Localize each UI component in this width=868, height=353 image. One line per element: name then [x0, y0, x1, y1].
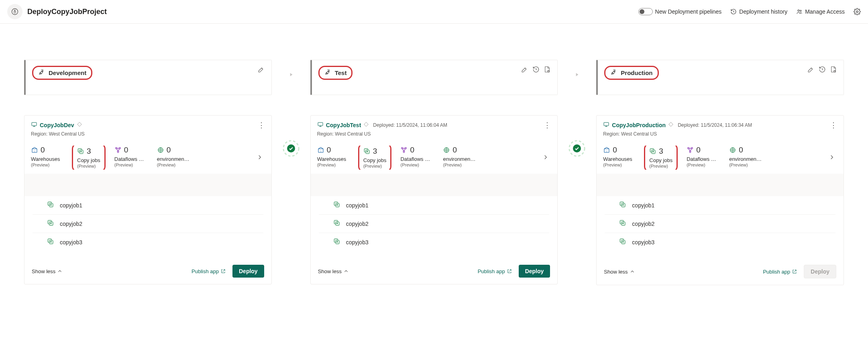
- topbar-right: New Deployment pipelines Deployment hist…: [638, 8, 861, 15]
- stat-env[interactable]: 0 environmen… (Preview): [729, 146, 762, 170]
- svg-point-1: [798, 10, 799, 11]
- list-item[interactable]: copyjob3: [605, 233, 835, 251]
- stat-value: 0: [410, 146, 414, 154]
- stat-value: 0: [739, 146, 743, 154]
- stat-preview: (Preview): [649, 164, 672, 168]
- stage-connector: [283, 60, 299, 154]
- warehouse-icon: [317, 146, 324, 154]
- card-footer: Show less Publish app Deploy: [311, 258, 558, 284]
- list-item[interactable]: copyjob1: [319, 196, 550, 215]
- more-menu-icon[interactable]: ⋮: [258, 122, 265, 129]
- topbar: DeployCopyJobProject New Deployment pipe…: [0, 0, 868, 24]
- show-less-toggle[interactable]: Show less: [32, 268, 63, 274]
- more-menu-icon[interactable]: ⋮: [544, 122, 551, 129]
- publish-app-link[interactable]: Publish app: [763, 269, 797, 275]
- deploy-button[interactable]: Deploy: [519, 265, 550, 278]
- list-item[interactable]: copyjob3: [319, 233, 550, 251]
- stat-value: 0: [327, 146, 331, 154]
- copyjob-icon: [363, 148, 371, 155]
- show-less-label: Show less: [318, 268, 342, 274]
- workspace-name[interactable]: CopyJobProduction: [612, 122, 666, 128]
- settings-button[interactable]: [854, 8, 861, 15]
- stat-copyjob[interactable]: 3 Copy jobs (Preview): [644, 146, 678, 170]
- manage-access-link[interactable]: Manage Access: [796, 8, 845, 15]
- workspace-name[interactable]: CopyJobTest: [326, 122, 361, 128]
- publish-app-link[interactable]: Publish app: [192, 268, 226, 274]
- region-label: Region: West Central US: [317, 131, 551, 137]
- new-pipelines-toggle[interactable]: New Deployment pipelines: [638, 8, 722, 15]
- item-name: copyjob2: [60, 221, 82, 227]
- item-name: copyjob3: [60, 239, 82, 245]
- stage-name-box: Development: [32, 66, 92, 80]
- deployment-history-link[interactable]: Deployment history: [730, 8, 787, 15]
- deployed-at: Deployed: 11/5/2024, 11:06:34 AM: [678, 122, 752, 128]
- stat-copyjob[interactable]: 3 Copy jobs (Preview): [72, 146, 106, 170]
- stat-env[interactable]: 0 environmen… (Preview): [443, 146, 475, 170]
- items-list: copyjob1 copyjob2 copyjob3: [311, 196, 558, 251]
- warehouse-icon: [31, 146, 38, 154]
- list-item[interactable]: copyjob1: [605, 196, 835, 215]
- stat-dataflow[interactable]: 0 Dataflows … (Preview): [400, 146, 432, 170]
- workspace-card: CopyJobTest Deployed: 11/5/2024, 11:06:0…: [310, 115, 558, 284]
- stat-warehouse[interactable]: 0 Warehouses (Preview): [603, 146, 635, 170]
- copyjob-icon: [333, 238, 340, 246]
- stage-header: Development: [24, 60, 272, 95]
- items-list: copyjob1 copyjob2 copyjob3: [24, 196, 271, 251]
- stat-label: Dataflows …: [400, 156, 432, 162]
- stage-header: Test: [310, 60, 558, 95]
- copyjob-icon: [333, 219, 340, 228]
- show-less-toggle[interactable]: Show less: [604, 269, 635, 275]
- stage-name: Test: [335, 69, 347, 76]
- copyjob-icon: [47, 219, 54, 228]
- list-item[interactable]: copyjob2: [319, 215, 550, 233]
- stats-next-icon[interactable]: [255, 152, 265, 164]
- stage-test: Test CopyJobTest Deployed: 11/5/2024, 11…: [310, 60, 558, 284]
- stat-label: Warehouses: [317, 156, 349, 162]
- list-item[interactable]: copyjob1: [33, 196, 263, 215]
- list-item[interactable]: copyjob2: [605, 215, 835, 233]
- more-menu-icon[interactable]: ⋮: [830, 122, 837, 129]
- stage-history-icon[interactable]: [819, 66, 826, 74]
- workspace-icon: [317, 121, 324, 129]
- publish-app-link[interactable]: Publish app: [478, 268, 512, 274]
- show-less-toggle[interactable]: Show less: [318, 268, 349, 274]
- stat-value: 3: [373, 147, 377, 156]
- stat-label: Warehouses: [31, 156, 63, 162]
- toggle-switch-icon[interactable]: [638, 8, 653, 15]
- stat-value: 0: [452, 146, 457, 154]
- stat-dataflow[interactable]: 0 Dataflows … (Preview): [114, 146, 147, 170]
- workspace-card: CopyJobProduction Deployed: 11/5/2024, 1…: [596, 115, 844, 285]
- items-spacer: [311, 174, 558, 196]
- stat-label: Copy jobs: [363, 157, 387, 163]
- manage-access-label: Manage Access: [805, 8, 845, 15]
- list-item[interactable]: copyjob2: [33, 215, 263, 233]
- list-item[interactable]: copyjob3: [33, 233, 263, 251]
- stat-copyjob[interactable]: 3 Copy jobs (Preview): [358, 146, 392, 170]
- stage-rules-icon[interactable]: [544, 66, 551, 74]
- items-spacer: [24, 174, 271, 196]
- edit-stage-icon[interactable]: [521, 66, 528, 74]
- stage-rules-icon[interactable]: [830, 66, 837, 74]
- deploy-button[interactable]: Deploy: [232, 265, 264, 278]
- stat-preview: (Preview): [114, 162, 147, 167]
- stage-header: Production: [596, 60, 844, 95]
- stage-development: Development CopyJobDev ⋮ Region: West Ce…: [24, 60, 272, 284]
- edit-stage-icon[interactable]: [807, 66, 815, 74]
- people-icon: [796, 8, 803, 15]
- copyjob-icon: [619, 201, 626, 209]
- stage-production: Production CopyJobProduction Deployed: 1…: [596, 60, 844, 285]
- stat-warehouse[interactable]: 0 Warehouses (Preview): [317, 146, 349, 170]
- stat-dataflow[interactable]: 0 Dataflows … (Preview): [687, 146, 719, 170]
- deploy-button: Deploy: [804, 265, 836, 278]
- stage-history-icon[interactable]: [532, 66, 540, 74]
- stat-value: 0: [41, 146, 45, 154]
- stat-warehouse[interactable]: 0 Warehouses (Preview): [31, 146, 63, 170]
- workspace-name[interactable]: CopyJobDev: [40, 122, 74, 128]
- sync-success-icon: [571, 143, 583, 154]
- stat-env[interactable]: 0 environmen… (Preview): [157, 146, 189, 170]
- stat-value: 0: [124, 146, 128, 154]
- edit-stage-icon[interactable]: [258, 66, 265, 74]
- copyjob-icon: [333, 201, 340, 209]
- stats-next-icon[interactable]: [827, 152, 837, 164]
- stats-next-icon[interactable]: [540, 152, 551, 164]
